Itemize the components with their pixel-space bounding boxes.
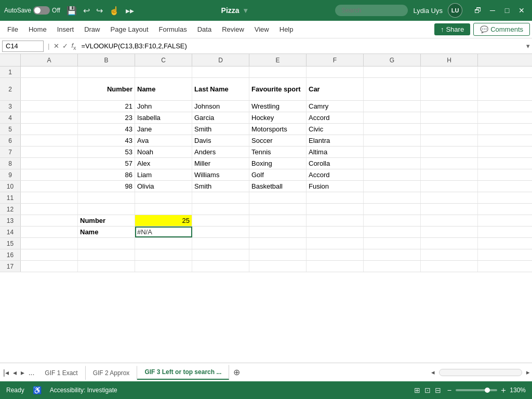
more-icon[interactable]: ▸▸ — [126, 6, 134, 16]
cell-c6[interactable]: Ava — [135, 135, 192, 146]
cell-c1[interactable] — [135, 66, 192, 77]
cell-a9[interactable] — [21, 169, 78, 180]
save-icon[interactable]: 💾 — [66, 6, 77, 16]
cell-g3[interactable] — [364, 101, 421, 112]
cell-b16[interactable] — [78, 249, 135, 260]
menu-data[interactable]: Data — [192, 23, 217, 35]
cell-e7[interactable]: Tennis — [249, 147, 307, 157]
menu-file[interactable]: File — [2, 23, 23, 35]
cell-f13[interactable] — [307, 215, 364, 226]
menu-help[interactable]: Help — [274, 23, 299, 35]
cell-f12[interactable] — [307, 204, 364, 215]
cell-b4[interactable]: 23 — [78, 112, 135, 123]
zoom-in-button[interactable]: ＋ — [499, 385, 508, 396]
tab-next-arrow[interactable]: ▸ — [20, 367, 25, 378]
cell-b7[interactable]: 53 — [78, 147, 135, 157]
cell-a5[interactable] — [21, 124, 78, 135]
autosave-toggle[interactable] — [33, 6, 50, 15]
row-number[interactable]: 6 — [0, 135, 21, 146]
minimize-button[interactable]: ─ — [486, 4, 499, 17]
row-number[interactable]: 15 — [0, 238, 21, 249]
page-break-icon[interactable]: ⊟ — [435, 386, 441, 394]
row-number[interactable]: 1 — [0, 66, 21, 77]
row-number[interactable]: 2 — [0, 78, 21, 100]
tab-prev-arrow[interactable]: ◂ — [12, 367, 18, 378]
cell-b9[interactable]: 86 — [78, 169, 135, 180]
cell-f4[interactable]: Accord — [307, 112, 364, 123]
cell-d17[interactable] — [192, 261, 249, 272]
sheet-tab-gif1[interactable]: GIF 1 Exact — [37, 366, 85, 380]
cell-d10[interactable]: Smith — [192, 181, 249, 192]
cell-c9[interactable]: Liam — [135, 169, 192, 180]
menu-draw[interactable]: Draw — [79, 23, 105, 35]
cell-b15[interactable] — [78, 238, 135, 249]
cell-d6[interactable]: Davis — [192, 135, 249, 146]
cell-g14[interactable] — [364, 227, 421, 237]
cell-a13[interactable] — [21, 215, 78, 226]
cell-b11[interactable] — [78, 192, 135, 203]
h-scroll-right-icon[interactable]: ▸ — [524, 368, 532, 376]
cell-b2[interactable]: Number — [78, 78, 135, 100]
sheet-tab-gif3[interactable]: GIF 3 Left or top search ... — [137, 365, 229, 380]
cell-h1[interactable] — [421, 66, 478, 77]
row-number[interactable]: 9 — [0, 169, 21, 180]
accessibility-label[interactable]: Accessibility: Investigate — [50, 387, 117, 394]
cell-c13[interactable]: 25 — [135, 215, 192, 226]
row-number[interactable]: 17 — [0, 261, 21, 272]
cell-h11[interactable] — [421, 192, 478, 203]
cell-f2[interactable]: Car — [307, 78, 364, 100]
cell-f11[interactable] — [307, 192, 364, 203]
cell-g10[interactable] — [364, 181, 421, 192]
row-number[interactable]: 3 — [0, 101, 21, 112]
row-number[interactable]: 5 — [0, 124, 21, 135]
cell-g13[interactable] — [364, 215, 421, 226]
add-sheet-button[interactable]: ⊕ — [229, 365, 244, 379]
cell-e15[interactable] — [249, 238, 307, 249]
col-header-e[interactable]: E — [249, 54, 307, 66]
menu-review[interactable]: Review — [217, 23, 249, 35]
cell-c3[interactable]: John — [135, 101, 192, 112]
menu-formulas[interactable]: Formulas — [154, 23, 192, 35]
cell-c7[interactable]: Noah — [135, 147, 192, 157]
row-number[interactable]: 8 — [0, 158, 21, 169]
cell-g7[interactable] — [364, 147, 421, 157]
cell-d4[interactable]: Garcia — [192, 112, 249, 123]
cell-d7[interactable]: Anders — [192, 147, 249, 157]
row-number[interactable]: 4 — [0, 112, 21, 123]
cell-b13[interactable]: Number — [78, 215, 135, 226]
cell-e16[interactable] — [249, 249, 307, 260]
cell-e6[interactable]: Soccer — [249, 135, 307, 146]
cell-e3[interactable]: Wrestling — [249, 101, 307, 112]
cell-f8[interactable]: Corolla — [307, 158, 364, 169]
row-number[interactable]: 10 — [0, 181, 21, 192]
cell-c11[interactable] — [135, 192, 192, 203]
cell-b6[interactable]: 43 — [78, 135, 135, 146]
zoom-level[interactable]: 130% — [510, 387, 526, 394]
cell-e9[interactable]: Golf — [249, 169, 307, 180]
cell-c14[interactable]: #N/A — [135, 227, 192, 237]
col-header-h[interactable]: H — [421, 54, 478, 66]
cell-f5[interactable]: Civic — [307, 124, 364, 135]
avatar[interactable]: LU — [448, 3, 462, 18]
page-layout-icon[interactable]: ⊡ — [424, 386, 431, 394]
cell-g15[interactable] — [364, 238, 421, 249]
cell-f10[interactable]: Fusion — [307, 181, 364, 192]
cell-c12[interactable] — [135, 204, 192, 215]
cell-g12[interactable] — [364, 204, 421, 215]
cell-g9[interactable] — [364, 169, 421, 180]
h-scroll-left-icon[interactable]: ◂ — [429, 368, 437, 376]
cell-h4[interactable] — [421, 112, 478, 123]
restore-button[interactable]: 🗗 — [472, 4, 484, 17]
row-number[interactable]: 16 — [0, 249, 21, 260]
cell-f15[interactable] — [307, 238, 364, 249]
share-button[interactable]: ↑ Share — [434, 23, 470, 35]
cell-b8[interactable]: 57 — [78, 158, 135, 169]
cell-h15[interactable] — [421, 238, 478, 249]
close-button[interactable]: ✕ — [515, 4, 528, 17]
cell-f3[interactable]: Camry — [307, 101, 364, 112]
cell-a8[interactable] — [21, 158, 78, 169]
cell-d15[interactable] — [192, 238, 249, 249]
cell-d2[interactable]: Last Name — [192, 78, 249, 100]
cell-h9[interactable] — [421, 169, 478, 180]
cell-d8[interactable]: Miller — [192, 158, 249, 169]
